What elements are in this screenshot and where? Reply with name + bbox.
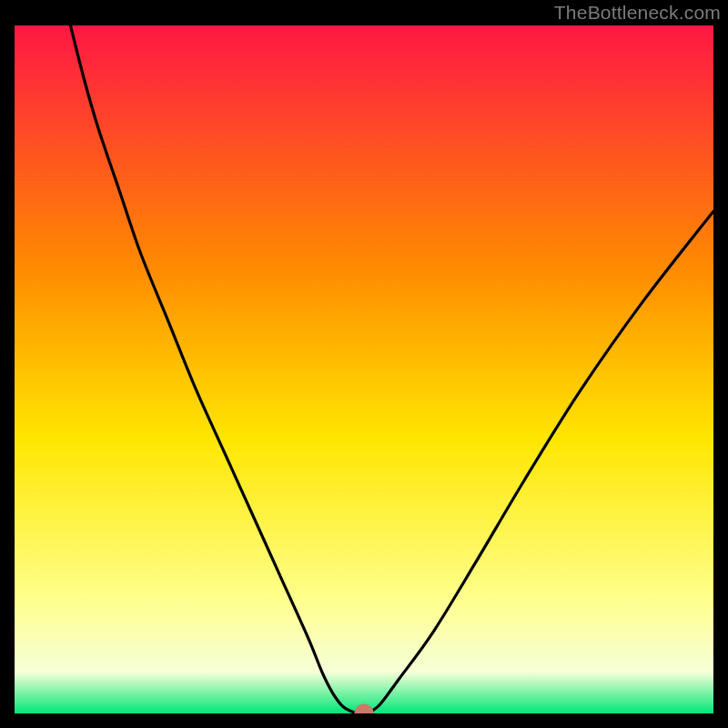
chart-frame: TheBottleneck.com	[0, 0, 728, 728]
plot-container	[15, 25, 713, 713]
watermark-text: TheBottleneck.com	[554, 2, 721, 24]
chart-svg	[15, 25, 713, 713]
gradient-background	[15, 25, 713, 713]
